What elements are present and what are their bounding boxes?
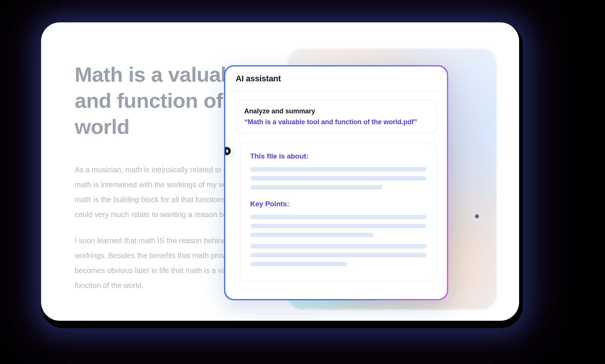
ai-assistant-header: AI assistant — [225, 66, 447, 91]
prompt-action-label: Analyze and summary — [244, 107, 428, 115]
skeleton-line — [250, 224, 426, 228]
prompt-box[interactable]: Analyze and summary “Math is a valuable … — [236, 100, 437, 133]
document-card: Math is a valuable tool and function of … — [41, 22, 519, 321]
prompt-file-name: “Math is a valuable tool and function of… — [244, 118, 428, 126]
skeleton-block — [250, 167, 426, 189]
response-box: This file is about: Key Points: — [240, 143, 437, 281]
skeleton-line — [250, 253, 426, 257]
skeleton-line — [250, 185, 382, 189]
skeleton-line — [250, 244, 426, 248]
response-row: This file is about: Key Points: — [236, 143, 437, 281]
ai-assistant-inner: AI assistant Analyze and summary “Math i… — [225, 66, 447, 299]
response-heading-keypoints: Key Points: — [250, 200, 426, 208]
skeleton-line — [250, 215, 426, 219]
skeleton-block — [250, 215, 426, 237]
skeleton-line — [250, 176, 426, 181]
skeleton-block — [250, 244, 426, 266]
ai-assistant-body: Analyze and summary “Math is a valuable … — [225, 91, 447, 299]
response-heading-about: This file is about: — [250, 152, 426, 160]
ai-assistant-panel[interactable]: AI assistant Analyze and summary “Math i… — [224, 65, 448, 300]
skeleton-line — [250, 262, 347, 266]
skeleton-line — [250, 167, 426, 172]
ai-assistant-title: AI assistant — [236, 74, 437, 84]
skeleton-line — [250, 233, 373, 237]
bot-avatar-icon — [225, 143, 233, 159]
